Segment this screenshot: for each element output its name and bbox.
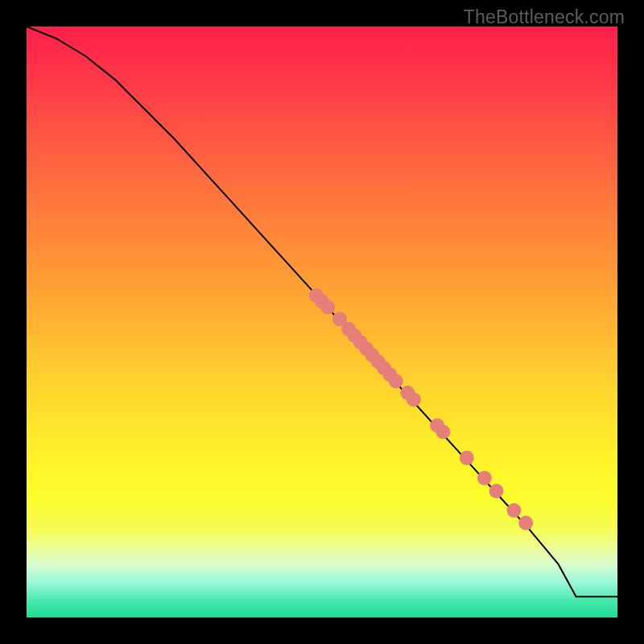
chart-canvas: TheBottleneck.com bbox=[0, 0, 644, 644]
watermark-text: TheBottleneck.com bbox=[464, 6, 625, 28]
plot-area bbox=[27, 27, 617, 617]
